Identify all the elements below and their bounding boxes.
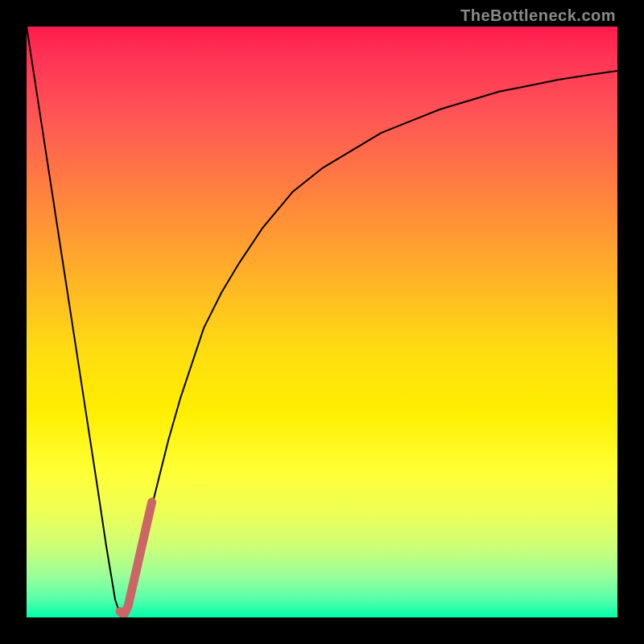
bottleneck-curve-canvas — [27, 27, 617, 617]
chart-container: TheBottleneck.com — [0, 0, 644, 644]
attribution-text: TheBottleneck.com — [460, 6, 616, 25]
